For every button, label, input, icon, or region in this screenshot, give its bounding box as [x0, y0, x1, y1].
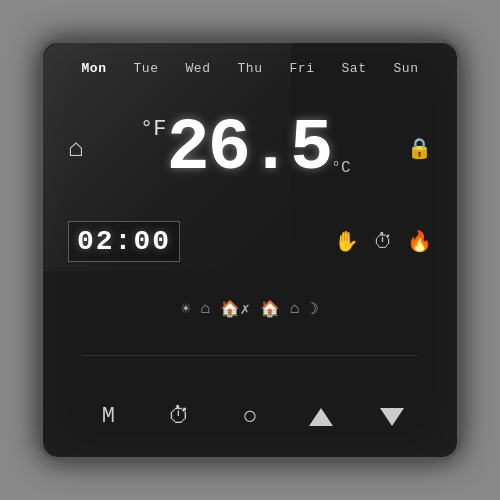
- schedule-row: ☀ ⌂ 🏠✗ 🏠 ⌂ ☽: [63, 299, 437, 319]
- return-schedule-icon: 🏠: [260, 299, 280, 319]
- temperature-display: ⌂ °F 26.5 °C 🔒: [63, 113, 437, 185]
- up-button[interactable]: [301, 397, 341, 437]
- day-thu: Thu: [238, 61, 263, 76]
- temperature-value: 26.5: [166, 113, 331, 185]
- mode-button[interactable]: M: [88, 397, 128, 437]
- temp-main: °F 26.5 °C: [84, 113, 407, 185]
- days-row: Mon Tue Wed Thu Fri Sat Sun: [63, 61, 437, 76]
- sun-schedule-icon: ☀: [181, 299, 191, 319]
- day-wed: Wed: [186, 61, 211, 76]
- up-arrow-icon: [309, 408, 333, 426]
- hand-icon: ✋: [334, 229, 359, 254]
- lock-icon: 🔒: [407, 136, 432, 161]
- home-evening-icon: ⌂: [290, 300, 300, 318]
- sleep-icon: ☽: [309, 299, 319, 319]
- down-button[interactable]: [372, 397, 412, 437]
- flame-icon: 🔥: [407, 229, 432, 254]
- mode-label: M: [102, 404, 115, 429]
- time-display: 02:00: [68, 221, 180, 262]
- thermostat-device: Mon Tue Wed Thu Fri Sat Sun ⌂ °F 26.5 °C…: [40, 40, 460, 460]
- circle-label: ○: [242, 402, 258, 432]
- away-schedule-icon: 🏠✗: [220, 299, 250, 319]
- clock-icon: ⏱: [168, 403, 190, 430]
- timer-icon: ⏱: [373, 230, 393, 254]
- info-row: 02:00 ✋ ⏱ 🔥: [63, 221, 437, 262]
- day-tue: Tue: [134, 61, 159, 76]
- clock-button[interactable]: ⏱: [159, 397, 199, 437]
- day-sun: Sun: [394, 61, 419, 76]
- status-icons: ✋ ⏱ 🔥: [334, 229, 432, 254]
- buttons-row[interactable]: M ⏱ ○: [63, 397, 437, 437]
- fahrenheit-unit: °F: [140, 117, 166, 142]
- circle-button[interactable]: ○: [230, 397, 270, 437]
- home-icon: ⌂: [68, 136, 84, 162]
- divider: [82, 355, 419, 356]
- down-arrow-icon: [380, 408, 404, 426]
- celsius-unit: °C: [331, 159, 350, 177]
- day-sat: Sat: [342, 61, 367, 76]
- home-schedule-icon: ⌂: [201, 300, 211, 318]
- day-fri: Fri: [290, 61, 315, 76]
- day-mon: Mon: [82, 61, 107, 76]
